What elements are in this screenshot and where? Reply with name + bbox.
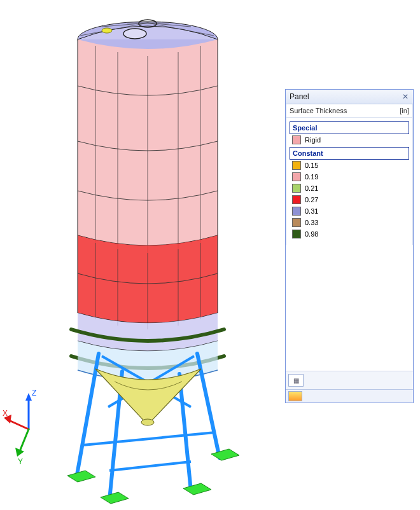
axis-x-label: X xyxy=(3,409,8,418)
swatch-rigid xyxy=(292,135,301,144)
legend-row[interactable]: 0.21 xyxy=(290,183,409,194)
legend-panel[interactable]: Panel ✕ Surface Thickness [in] Special R… xyxy=(285,89,414,403)
panel-unit: [in] xyxy=(400,107,409,114)
legend-body: Special Rigid Constant 0.150.190.210.270… xyxy=(286,118,413,245)
legend-row-rigid[interactable]: Rigid xyxy=(290,134,409,146)
svg-line-23 xyxy=(179,374,191,491)
swatch xyxy=(292,195,301,204)
panel-title-text: Panel xyxy=(290,92,400,101)
legend-value: 0.19 xyxy=(305,173,318,181)
legend-row[interactable]: 0.98 xyxy=(290,228,409,240)
svg-line-33 xyxy=(19,429,29,453)
legend-label-rigid: Rigid xyxy=(305,136,321,144)
group-special: Special xyxy=(290,121,409,134)
legend-row[interactable]: 0.15 xyxy=(290,160,409,171)
svg-point-28 xyxy=(141,419,154,425)
legend-row[interactable]: 0.27 xyxy=(290,194,409,205)
legend-row[interactable]: 0.33 xyxy=(290,217,409,228)
svg-line-27 xyxy=(109,462,191,471)
legend-value: 0.33 xyxy=(305,219,318,226)
panel-tabbar xyxy=(286,389,413,403)
swatch xyxy=(292,218,301,227)
axis-z-label: Z xyxy=(32,389,36,397)
legend-value: 0.21 xyxy=(305,184,318,192)
swatch xyxy=(292,172,301,181)
axis-triad xyxy=(4,393,32,457)
close-icon[interactable]: ✕ xyxy=(400,92,410,102)
group-constant: Constant xyxy=(290,147,409,160)
legend-row[interactable]: 0.31 xyxy=(290,205,409,217)
swatch xyxy=(292,230,301,238)
swatch xyxy=(292,184,301,193)
svg-point-8 xyxy=(123,29,146,39)
panel-tab[interactable] xyxy=(288,391,302,401)
legend-value: 0.15 xyxy=(305,162,318,169)
swatch xyxy=(292,161,301,170)
panel-subtitle: Surface Thickness xyxy=(290,107,400,114)
panel-footer: ▦ xyxy=(286,371,413,389)
svg-point-9 xyxy=(102,28,112,33)
axis-y-label: Y xyxy=(18,457,23,466)
footer-button[interactable]: ▦ xyxy=(288,374,304,387)
svg-marker-30 xyxy=(25,393,32,401)
legend-value: 0.98 xyxy=(305,230,318,238)
panel-titlebar[interactable]: Panel ✕ xyxy=(286,90,413,104)
legend-value: 0.31 xyxy=(305,207,318,215)
legend-row[interactable]: 0.19 xyxy=(290,171,409,183)
swatch xyxy=(292,207,301,216)
legend-value: 0.27 xyxy=(305,196,318,203)
svg-line-31 xyxy=(8,420,29,429)
panel-subheader: Surface Thickness [in] xyxy=(286,104,413,118)
svg-line-26 xyxy=(83,432,215,445)
